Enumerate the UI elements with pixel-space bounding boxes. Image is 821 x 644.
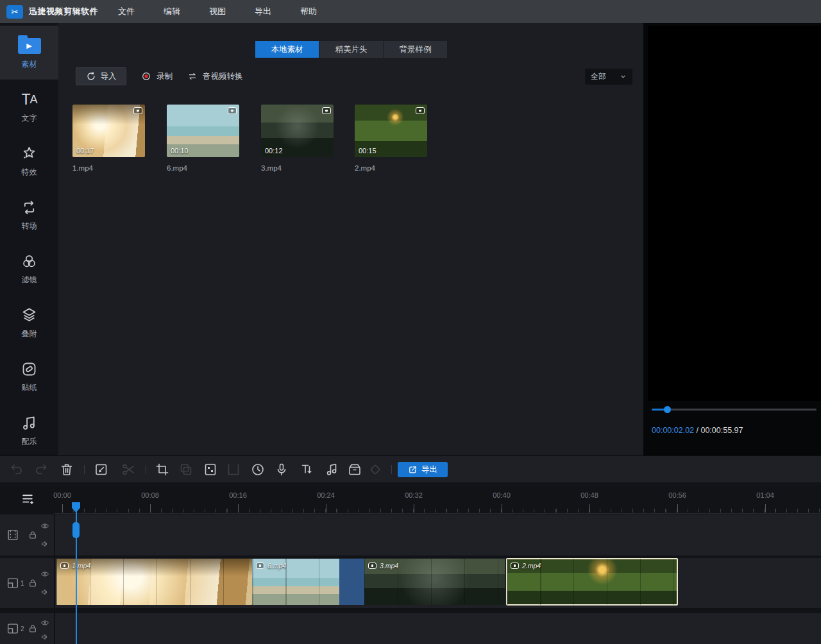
tab-backgrounds[interactable]: 背景样例 — [384, 41, 448, 58]
media-thumbnail[interactable]: 00:15 — [355, 105, 427, 157]
duplicate-icon[interactable] — [178, 462, 194, 477]
timecode: 00:00:02.02 / 00:00:55.97 — [652, 426, 743, 435]
track-number: 1 — [21, 580, 24, 587]
film-track-icon — [6, 528, 20, 542]
tab-intros[interactable]: 精美片头 — [319, 41, 384, 58]
text-icon: TA — [0, 90, 58, 109]
visibility-eye-icon[interactable] — [40, 521, 49, 530]
sidebar-item-filters[interactable]: 滤镜 — [0, 241, 58, 295]
sidebar: ▶ 素材 TA 文字 特效 转场 滤镜 — [0, 23, 58, 455]
voiceover-icon[interactable] — [274, 462, 289, 477]
add-music-icon[interactable] — [325, 462, 340, 477]
mask-icon[interactable] — [226, 462, 241, 477]
timecode-current: 00:00:02.02 — [652, 426, 694, 435]
redo-icon[interactable] — [33, 462, 49, 477]
media-thumbnail[interactable]: 00:12 — [261, 105, 334, 157]
sidebar-item-label: 特效 — [0, 167, 58, 178]
keyframe-icon[interactable] — [368, 462, 383, 477]
track-row-pip2 — [0, 613, 821, 644]
pip-track-icon — [6, 576, 20, 590]
sidebar-item-text[interactable]: TA 文字 — [0, 80, 58, 133]
sidebar-item-stickers[interactable]: 贴纸 — [0, 349, 58, 403]
ruler-label: 01:04 — [756, 491, 774, 499]
preview-seekbar[interactable] — [652, 409, 817, 411]
sidebar-item-effects[interactable]: 特效 — [0, 133, 58, 187]
menu-export[interactable]: 导出 — [255, 6, 271, 17]
clip-name: 6.mp4 — [167, 164, 239, 172]
timeline-clip[interactable]: 3.mp4 — [364, 559, 505, 605]
crop-icon[interactable] — [155, 462, 170, 477]
preview-video — [648, 26, 821, 401]
material-pack-icon[interactable] — [347, 462, 362, 477]
ruler-label: 00:16 — [229, 491, 247, 499]
app-window: ✂ 迅捷视频剪辑软件 文件 编辑 视图 导出 帮助 ▶ 素材 TA 文字 特效 … — [0, 0, 821, 644]
lock-icon[interactable] — [28, 530, 38, 540]
clip-duration: 00:15 — [359, 147, 377, 155]
sidebar-item-label: 贴纸 — [0, 382, 58, 393]
menu-bar: ✂ 迅捷视频剪辑软件 文件 编辑 视图 导出 帮助 — [0, 0, 821, 23]
mute-speaker-icon[interactable] — [40, 632, 49, 641]
timeline-clip-selected[interactable]: 2.mp4 — [507, 559, 677, 605]
media-thumbnail[interactable]: 00:10 — [167, 105, 239, 157]
tab-local-media[interactable]: 本地素材 — [255, 41, 319, 58]
track-header-video — [0, 514, 54, 555]
playhead-grip[interactable] — [72, 522, 80, 538]
cut-icon[interactable] — [121, 462, 136, 477]
timeline-clip-name: 1.mp4 — [72, 562, 90, 570]
mute-speaker-icon[interactable] — [40, 588, 49, 597]
filter-value: 全部 — [591, 71, 606, 82]
menu-file[interactable]: 文件 — [118, 6, 135, 17]
overlay-icon — [0, 305, 58, 325]
menu-view[interactable]: 视图 — [209, 6, 226, 17]
menu-help[interactable]: 帮助 — [300, 6, 317, 17]
clip-name: 2.mp4 — [355, 164, 427, 172]
sidebar-item-label: 文字 — [0, 113, 58, 124]
app-title: 迅捷视频剪辑软件 — [29, 6, 98, 17]
media-folder-icon: ▶ — [0, 36, 58, 55]
sidebar-item-music[interactable]: 配乐 — [0, 403, 58, 457]
sidebar-item-media[interactable]: ▶ 素材 — [0, 26, 58, 80]
track-header-pip2: 2 — [0, 613, 54, 644]
media-thumbnail[interactable]: 00:17 — [72, 105, 145, 157]
library-actions: 导入 录制 音视频转换 — [76, 67, 243, 85]
convert-button[interactable]: 音视频转换 — [187, 71, 243, 82]
media-card: 00:15 2.mp4 — [355, 105, 427, 172]
menu-edit[interactable]: 编辑 — [164, 6, 180, 17]
record-button[interactable]: 录制 — [141, 71, 173, 82]
record-label: 录制 — [157, 71, 173, 82]
video-badge-icon — [133, 107, 142, 114]
sidebar-item-label: 叠附 — [0, 328, 58, 339]
timeline-clip[interactable]: 1.mp4 — [56, 559, 252, 605]
mosaic-icon[interactable] — [203, 462, 218, 477]
sidebar-item-overlay[interactable]: 叠附 — [0, 295, 58, 349]
visibility-eye-icon[interactable] — [40, 570, 49, 579]
sidebar-item-label: 配乐 — [0, 436, 58, 447]
edit-icon[interactable] — [94, 462, 109, 477]
export-label: 导出 — [421, 464, 437, 475]
seekbar-handle[interactable] — [664, 406, 671, 413]
ruler-label: 00:00 — [53, 491, 71, 499]
lock-icon[interactable] — [28, 623, 38, 634]
subtitle-icon[interactable] — [299, 462, 314, 477]
timeline-clip[interactable]: 6.mp4 — [252, 559, 339, 605]
track-row-main-empty-area — [0, 514, 821, 555]
import-button[interactable]: 导入 — [76, 67, 126, 85]
clip-name: 3.mp4 — [261, 164, 334, 172]
lock-icon[interactable] — [28, 578, 38, 588]
mute-speaker-icon[interactable] — [40, 539, 49, 548]
transition-block[interactable] — [339, 559, 364, 605]
filter-dropdown[interactable]: 全部 — [585, 69, 632, 85]
speed-icon[interactable] — [250, 462, 266, 477]
undo-icon[interactable] — [9, 462, 24, 477]
timeline-ruler[interactable]: 00:00 00:08 00:16 00:24 00:32 00:40 00:4… — [54, 482, 821, 514]
track-manager-icon[interactable] — [21, 491, 37, 507]
track-header-pip1: 1 — [0, 558, 54, 608]
transition-icon — [0, 198, 58, 217]
clip-name: 1.mp4 — [72, 164, 145, 172]
delete-icon[interactable] — [59, 462, 74, 477]
visibility-eye-icon[interactable] — [40, 618, 49, 627]
ruler-label: 00:48 — [580, 491, 598, 499]
clip-duration: 00:17 — [76, 147, 94, 155]
sidebar-item-transitions[interactable]: 转场 — [0, 187, 58, 241]
export-button[interactable]: 导出 — [398, 462, 448, 477]
